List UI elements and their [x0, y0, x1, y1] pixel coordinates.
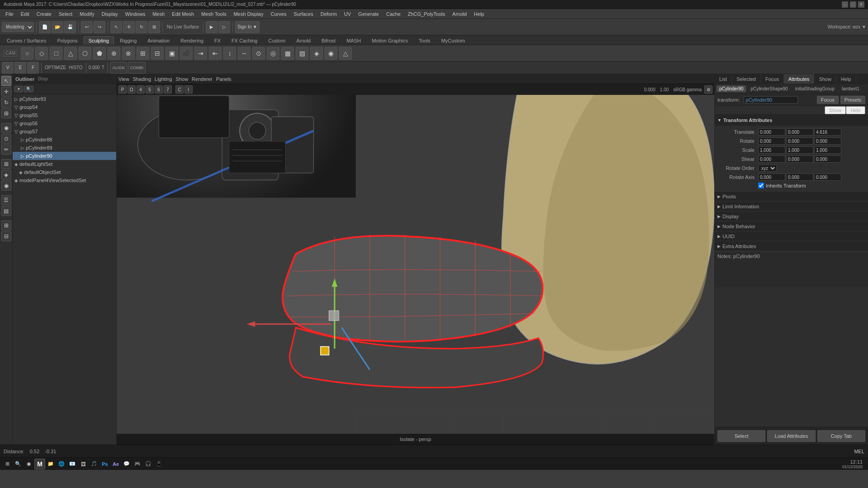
taskbar-app1[interactable]: 📁 [45, 459, 56, 469]
outliner-search-btn[interactable]: 🔍 [24, 86, 33, 92]
menu-generate[interactable]: Generate [354, 10, 382, 18]
outliner-filter-btn[interactable]: ▼ [14, 86, 23, 92]
module-selector[interactable]: Modeling [2, 22, 34, 32]
menu-surfaces[interactable]: Surfaces [290, 10, 317, 18]
rotate-tool-btn[interactable]: ↻ [136, 21, 147, 33]
shelf-tab-animation[interactable]: Animation [142, 36, 175, 45]
attr-obj-tab-lambert1[interactable]: lambert1 [839, 85, 862, 92]
shelf-tab-rendering[interactable]: Rendering [175, 36, 208, 45]
attr-transform-input[interactable] [744, 96, 798, 103]
attr-section-limit-info[interactable]: ▶ Limit Information [715, 202, 868, 211]
menu-file[interactable]: File [2, 10, 17, 18]
close-button[interactable]: ✕ [858, 1, 864, 8]
rotate-tool[interactable]: ↻ [1, 98, 11, 108]
attr-section-uuid[interactable]: ▶ UUID [715, 231, 868, 241]
paint-tool[interactable]: ✏ [1, 145, 11, 155]
translate-x[interactable] [758, 128, 785, 136]
viewport-menu-panels[interactable]: Panels [216, 76, 231, 82]
menu-mesh-display[interactable]: Mesh Display [230, 10, 267, 18]
outliner-content[interactable]: ▷ pCylinder83 ▽ group54 ▽ group55 ▽ grou… [13, 94, 116, 445]
shelf-icon-3[interactable]: □ [50, 47, 62, 60]
taskbar-app5[interactable]: 🎵 [89, 459, 99, 469]
menu-uv[interactable]: UV [340, 10, 354, 18]
attr-section-node-behavior[interactable]: ▶ Node Behavior [715, 221, 868, 231]
scale-tool-btn[interactable]: ⊞ [148, 21, 160, 33]
menu-select[interactable]: Select [55, 10, 76, 18]
attr-select-btn[interactable]: Select [717, 430, 765, 442]
shelf-icon-1[interactable]: ○ [21, 47, 33, 60]
outliner-item-group55[interactable]: ▽ group55 [13, 111, 116, 119]
shelf-tab-tools[interactable]: Tools [414, 36, 435, 45]
taskbar-app3[interactable]: 📧 [67, 459, 78, 469]
translate-y[interactable] [786, 128, 813, 136]
rotate-axis-z[interactable] [814, 174, 841, 181]
menu-mesh-tools[interactable]: Mesh Tools [198, 10, 230, 18]
attr-tab-focus[interactable]: Focus [761, 74, 784, 84]
vp-cam-btn[interactable]: C [175, 85, 184, 94]
shelf-tab-sculpting[interactable]: Sculpting [84, 36, 114, 45]
lasso-tool[interactable]: ⊙ [1, 134, 11, 144]
shelf-icon-21[interactable]: ◈ [310, 47, 323, 60]
undo-btn[interactable]: ↩ [81, 21, 93, 33]
minimize-button[interactable]: – [842, 1, 848, 8]
taskbar-ae-icon[interactable]: Ae [110, 459, 121, 469]
maximize-button[interactable]: □ [850, 1, 856, 8]
vp-wireframe-btn[interactable]: 4 [137, 85, 145, 94]
viewport-menu-show[interactable]: Show [176, 76, 189, 82]
outliner-item-group56[interactable]: ▽ group56 [13, 119, 116, 127]
vp-ortho-btn[interactable]: O [127, 85, 136, 94]
shelf-tab-fx[interactable]: FX [209, 36, 226, 45]
menu-display[interactable]: Display [98, 10, 122, 18]
edge-mode-btn[interactable]: E [14, 62, 26, 74]
vp-settings-btn[interactable]: ⚙ [704, 85, 712, 94]
shelf-icon-9[interactable]: ⊞ [137, 47, 149, 60]
combi-btn[interactable]: COMBI [128, 62, 146, 74]
vp-light-btn[interactable]: 7 [164, 85, 172, 94]
attr-tab-selected[interactable]: Selected [732, 74, 761, 84]
channel-box-btn[interactable]: ⊟ [1, 231, 11, 241]
open-file-btn[interactable]: 📂 [52, 21, 63, 33]
taskbar-ps-icon[interactable]: Ps [99, 459, 110, 469]
shelf-tab-curves[interactable]: Curves / Surfaces [2, 36, 51, 45]
menu-deform[interactable]: Deform [317, 10, 340, 18]
shelf-tab-mash[interactable]: MASH [341, 36, 366, 45]
viewport[interactable]: View Shading Lighting Show Renderer Pane… [117, 74, 714, 445]
vp-texture-btn[interactable]: 6 [155, 85, 163, 94]
outliner-item-group54[interactable]: ▽ group54 [13, 103, 116, 111]
rotate-order-select[interactable]: xyz yzx zxy xzy yxz zyx [758, 164, 777, 172]
shelf-tab-arnold[interactable]: Arnold [291, 36, 316, 45]
taskbar-app2[interactable]: 🌐 [56, 459, 67, 469]
outliner-item-pCylinder90[interactable]: ▷ pCylinder90 [13, 152, 116, 160]
viewport-menu-lighting[interactable]: Lighting [155, 76, 172, 82]
attr-obj-tab-initialshading[interactable]: initialShadingGroup [793, 85, 837, 92]
select-tool-btn[interactable]: ↖ [110, 21, 122, 33]
rotate-x[interactable] [758, 137, 785, 145]
shelf-tab-mycustom[interactable]: MyCustom [436, 36, 470, 45]
menu-edit-mesh[interactable]: Edit Mesh [168, 10, 198, 18]
select-mode-tool[interactable]: ↖ [1, 76, 11, 86]
attr-obj-tab-pcylinder90[interactable]: pCylinder90 [717, 85, 746, 92]
outliner-item-defaultObjectSet[interactable]: ◈ defaultObjectSet [13, 168, 116, 176]
shelf-icon-14[interactable]: ⇤ [209, 47, 222, 60]
layer-tool[interactable]: ▤ [1, 206, 11, 216]
save-file-btn[interactable]: 💾 [64, 21, 76, 33]
attr-tab-show[interactable]: Show [814, 74, 836, 84]
taskbar-app9[interactable]: 📱 [154, 459, 165, 469]
menu-windows[interactable]: Windows [122, 10, 149, 18]
menu-curves[interactable]: Curves [267, 10, 290, 18]
outliner-item-pCylinder89[interactable]: ▷ pCylinder89 [13, 144, 116, 152]
taskbar-app6[interactable]: 💬 [121, 459, 132, 469]
taskbar-app7[interactable]: 🎮 [132, 459, 143, 469]
shelf-icon-15[interactable]: ↕ [223, 47, 236, 60]
attr-obj-tab-pcylindershape90[interactable]: pCylinderShape90 [748, 85, 790, 92]
scale-tool[interactable]: ⊞ [1, 108, 11, 118]
snap-curve-tool[interactable]: ◈ [1, 170, 11, 180]
shelf-icon-22[interactable]: ◉ [325, 47, 337, 60]
viewport-menu-shading[interactable]: Shading [133, 76, 151, 82]
shelf-tab-polygons[interactable]: Polygons [52, 36, 82, 45]
shelf-tab-rigging[interactable]: Rigging [115, 36, 142, 45]
shear-y[interactable] [786, 155, 813, 163]
ipr-btn[interactable]: ▷ [218, 21, 230, 33]
vertex-mode-btn[interactable]: V [2, 62, 14, 74]
shear-x[interactable] [758, 155, 785, 163]
